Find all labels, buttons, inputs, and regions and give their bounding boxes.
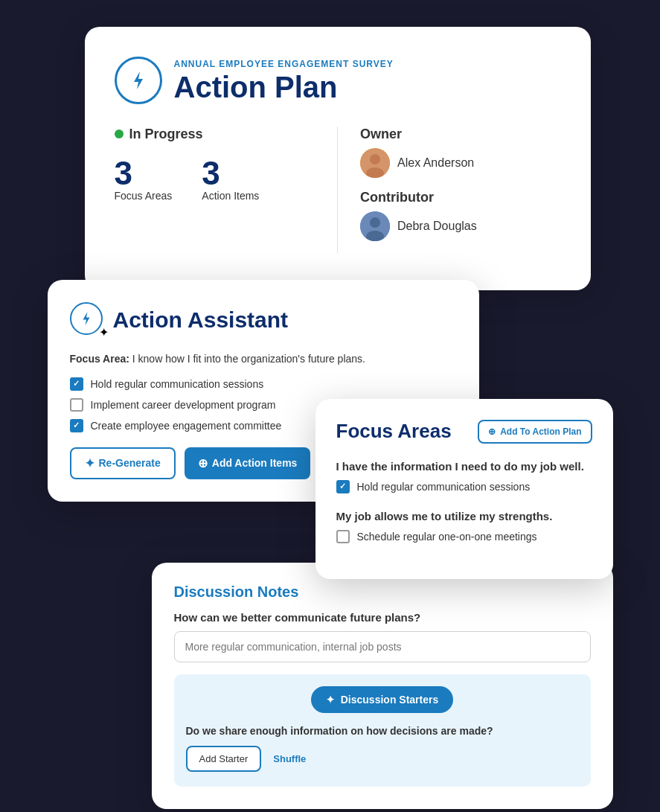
shuffle-label: Shuffle [273, 753, 306, 764]
regen-label: Re-Generate [99, 457, 161, 469]
plan-title: Action Plan [174, 72, 394, 102]
focus-area-prefix: Focus Area: [70, 353, 129, 365]
focus-checkbox-label: Schedule regular one-on-one meetings [357, 531, 537, 543]
focus-area-text: I know how I fit into the organization's… [132, 353, 365, 365]
regen-icon: ✦ [85, 456, 94, 470]
discussion-input[interactable] [174, 631, 591, 662]
assistant-title: Action Assistant [113, 307, 289, 333]
checkbox-label: Implement career development program [91, 399, 276, 411]
owner-name: Alex Anderson [397, 156, 474, 170]
assistant-icon: ✦ [70, 302, 106, 338]
spark-stars-icon: ✦ [99, 325, 109, 339]
focus-areas-count: 3 [115, 157, 173, 190]
focus-group: I have the information I need to do my j… [336, 458, 592, 493]
checkbox-checked[interactable]: ✓ [336, 480, 350, 493]
status-text: In Progress [129, 127, 203, 142]
add-icon: ⊕ [198, 456, 208, 470]
add-starter-label: Add Starter [199, 753, 249, 764]
discussion-question-1: How can we better communicate future pla… [174, 611, 591, 624]
focus-checkbox-item: Schedule regular one-on-one meetings [336, 530, 592, 543]
checkbox-checked[interactable]: ✓ [70, 419, 83, 432]
contributor-row: Debra Douglas [360, 211, 561, 241]
focus-item-title: My job allows me to utilize my strengths… [336, 508, 592, 524]
owner-row: Alex Anderson [360, 148, 561, 178]
shuffle-button[interactable]: Shuffle [270, 746, 309, 772]
owner-label: Owner [360, 127, 561, 142]
status-dot [115, 130, 124, 138]
add-to-plan-label: Add To Action Plan [500, 426, 581, 437]
focus-group: My job allows me to utilize my strengths… [336, 508, 592, 543]
regen-button[interactable]: ✦ Re-Generate [70, 447, 176, 479]
add-to-plan-icon: ⊕ [488, 426, 496, 437]
action-plan-card: ANNUAL EMPLOYEE ENGAGEMENT SURVEY Action… [85, 27, 591, 290]
focus-checkbox-label: Hold regular communication sessions [357, 481, 531, 493]
focus-areas-title: Focus Areas [336, 420, 452, 443]
svg-marker-7 [83, 312, 89, 325]
checkbox-unchecked[interactable] [70, 398, 83, 412]
lightning-icon [115, 57, 162, 104]
add-label: Add Action Items [212, 457, 298, 469]
focus-areas-label: Focus Areas [115, 190, 173, 202]
starters-icon: ✦ [326, 694, 335, 706]
discussion-starters-button[interactable]: ✦ Discussion Starters [311, 686, 454, 713]
svg-point-2 [370, 154, 380, 164]
checkbox-label: Hold regular communication sessions [91, 378, 264, 390]
add-action-items-button[interactable]: ⊕ Add Action Items [185, 447, 311, 479]
action-items-count: 3 [202, 157, 259, 190]
contributor-name: Debra Douglas [397, 220, 477, 233]
svg-point-5 [370, 217, 380, 228]
focus-checkbox-item: ✓Hold regular communication sessions [336, 480, 592, 493]
contributor-avatar [360, 211, 390, 241]
focus-items-list: I have the information I need to do my j… [336, 458, 592, 543]
checkbox-unchecked[interactable] [336, 530, 350, 543]
focus-area-description: Focus Area: I know how I fit into the or… [70, 351, 457, 367]
add-starter-button[interactable]: Add Starter [186, 746, 262, 772]
starters-question: Do we share enough information on how de… [186, 725, 579, 737]
starters-label: Discussion Starters [341, 694, 439, 706]
action-items-label: Action Items [202, 190, 259, 202]
focus-areas-card: Focus Areas ⊕ Add To Action Plan I have … [315, 399, 613, 579]
discussion-notes-title: Discussion Notes [174, 584, 591, 601]
survey-label: ANNUAL EMPLOYEE ENGAGEMENT SURVEY [174, 59, 394, 69]
focus-item-title: I have the information I need to do my j… [336, 458, 592, 474]
checkbox-label: Create employee engagement committee [91, 420, 282, 432]
owner-avatar [360, 148, 390, 178]
checkbox-item: ✓Hold regular communication sessions [70, 377, 457, 391]
checkbox-checked[interactable]: ✓ [70, 377, 83, 391]
add-to-action-plan-button[interactable]: ⊕ Add To Action Plan [478, 420, 592, 444]
contributor-label: Contributor [360, 190, 561, 205]
svg-marker-0 [134, 71, 143, 89]
discussion-notes-card: Discussion Notes How can we better commu… [152, 563, 613, 809]
starters-section: ✦ Discussion Starters Do we share enough… [174, 674, 591, 787]
